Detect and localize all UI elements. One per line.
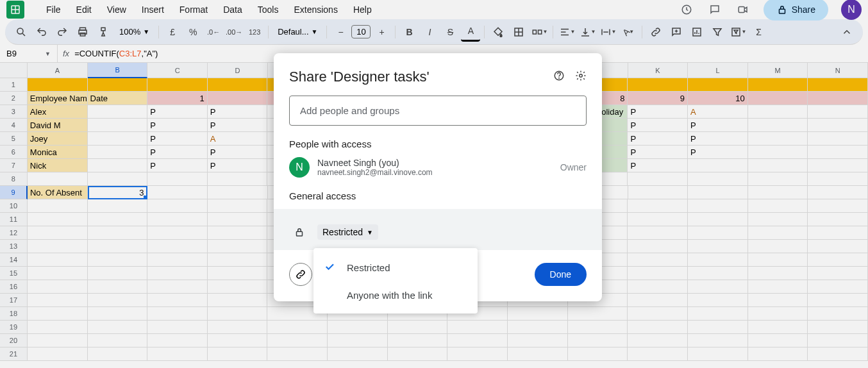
copy-link-button[interactable] bbox=[289, 263, 312, 286]
person-role: Owner bbox=[560, 162, 587, 172]
help-icon[interactable] bbox=[553, 70, 565, 84]
access-level-select[interactable]: Restricted ▼ bbox=[317, 224, 378, 240]
lock-icon bbox=[289, 222, 310, 242]
person-name: Navneet Singh (you) bbox=[317, 158, 553, 168]
svg-point-31 bbox=[580, 74, 583, 78]
dropdown-option-anyone[interactable]: Anyone with the link bbox=[313, 282, 478, 308]
add-people-input[interactable]: Add people and groups bbox=[289, 96, 587, 126]
dropdown-option-restricted[interactable]: Restricted bbox=[313, 253, 478, 282]
svg-point-30 bbox=[559, 78, 560, 78]
check-icon bbox=[324, 261, 337, 274]
people-access-title: People with access bbox=[289, 138, 587, 149]
svg-rect-32 bbox=[297, 231, 303, 236]
person-row: N Navneet Singh (you) navneet.singh2@mai… bbox=[289, 157, 587, 178]
general-access-title: General access bbox=[289, 190, 587, 201]
done-button[interactable]: Done bbox=[535, 263, 587, 286]
dialog-title: Share 'Designer tasks' bbox=[289, 69, 553, 85]
settings-icon[interactable] bbox=[575, 70, 587, 84]
person-email: navneet.singh2@mail.vinove.com bbox=[317, 168, 553, 177]
access-dropdown: Restricted Anyone with the link bbox=[313, 248, 478, 314]
person-avatar: N bbox=[289, 157, 310, 178]
